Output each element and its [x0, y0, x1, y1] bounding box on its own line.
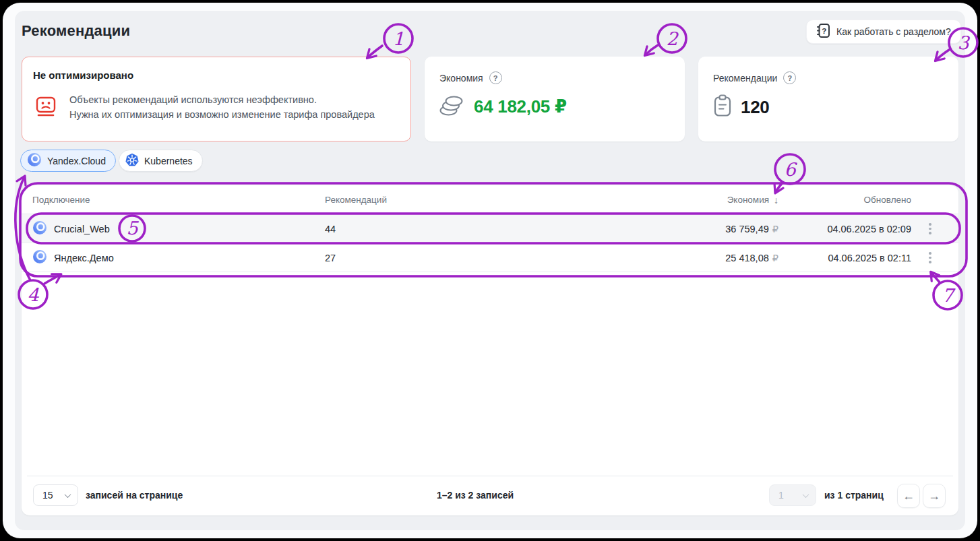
- status-card-not-optimized: Не оптимизировано Объекты рекомендаций и…: [22, 57, 411, 141]
- page-size-label: записей на странице: [86, 490, 183, 501]
- filter-chip-yandex-cloud[interactable]: Yandex.Cloud: [20, 150, 116, 172]
- savings-amount: 25 418,08₽: [725, 243, 778, 272]
- table-row[interactable]: Crucial_Web 44 36 759,49₽ 04.06.2025 в 0…: [22, 214, 958, 243]
- pagination-divider: [27, 476, 953, 476]
- filter-chip-kubernetes[interactable]: Kubernetes: [119, 150, 203, 172]
- total-pages-label: из 1 страниц: [824, 490, 884, 501]
- recommendations-card: Рекомендации ? 120: [698, 57, 958, 141]
- ruble-sign: ₽: [772, 253, 778, 263]
- question-circle-icon[interactable]: ?: [783, 71, 796, 84]
- row-menu-kebab-icon[interactable]: [923, 251, 937, 265]
- column-header-updated: Обновлено: [864, 185, 911, 214]
- recommendations-count: 44: [325, 214, 336, 243]
- chevron-down-icon: [65, 491, 71, 498]
- column-header-savings[interactable]: Экономия ↓: [727, 185, 778, 214]
- column-header-connection: Подключение: [32, 185, 90, 214]
- yandex-cloud-logo-icon: [32, 249, 47, 266]
- table-header-row: Подключение Рекомендаций Экономия ↓ Обно…: [22, 185, 958, 214]
- recommendations-label: Рекомендации: [713, 73, 777, 84]
- how-to-work-label: Как работать с разделом?: [836, 26, 951, 37]
- updated-timestamp: 04.06.2025 в 02:09: [827, 214, 911, 243]
- connections-table-card: Подключение Рекомендаций Экономия ↓ Обно…: [22, 185, 958, 515]
- status-title: Не оптимизировано: [33, 69, 133, 81]
- page-size-select[interactable]: 15: [33, 484, 78, 506]
- coins-icon: [439, 94, 465, 119]
- svg-text:?: ?: [822, 27, 826, 35]
- page-title: Рекомендации: [22, 22, 130, 40]
- question-circle-icon[interactable]: ?: [489, 71, 502, 84]
- savings-amount: 36 759,49₽: [725, 214, 778, 243]
- updated-timestamp: 04.06.2025 в 02:11: [828, 243, 911, 272]
- sad-display-icon: [34, 96, 57, 120]
- ruble-sign: ₽: [772, 224, 778, 234]
- connection-name: Crucial_Web: [54, 224, 110, 234]
- status-description: Объекты рекомендаций используются неэффе…: [69, 92, 375, 122]
- savings-card: Экономия ? 64 182,05 ₽: [425, 57, 685, 141]
- book-question-icon: ?: [816, 23, 830, 40]
- table-row[interactable]: Яндекс.Демо 27 25 418,08₽ 04.06.2025 в 0…: [22, 243, 958, 272]
- current-page-select[interactable]: 1: [769, 484, 816, 506]
- savings-value: 64 182,05 ₽: [474, 96, 567, 117]
- row-menu-kebab-icon[interactable]: [923, 222, 937, 236]
- column-header-recommendations: Рекомендаций: [325, 185, 387, 214]
- recommendations-page: Рекомендации ? Как работать с разделом? …: [0, 0, 980, 541]
- yandex-cloud-logo-icon: [27, 152, 42, 169]
- savings-label: Экономия: [439, 73, 483, 84]
- next-page-button[interactable]: →: [923, 484, 946, 508]
- records-range: 1–2 из 2 записей: [437, 490, 514, 501]
- connection-name: Яндекс.Демо: [54, 253, 114, 263]
- chevron-down-icon: [803, 491, 809, 498]
- sort-desc-icon[interactable]: ↓: [774, 195, 778, 205]
- recommendations-value: 120: [741, 97, 769, 118]
- recommendations-count: 27: [325, 243, 336, 272]
- filter-chip-label: Kubernetes: [144, 156, 193, 166]
- how-to-work-button[interactable]: ? Как работать с разделом?: [806, 20, 961, 44]
- kubernetes-logo-icon: [125, 153, 139, 169]
- filter-chip-label: Yandex.Cloud: [47, 156, 106, 166]
- prev-page-button[interactable]: ←: [897, 484, 920, 508]
- clipboard-icon: [713, 94, 732, 120]
- yandex-cloud-logo-icon: [32, 220, 47, 237]
